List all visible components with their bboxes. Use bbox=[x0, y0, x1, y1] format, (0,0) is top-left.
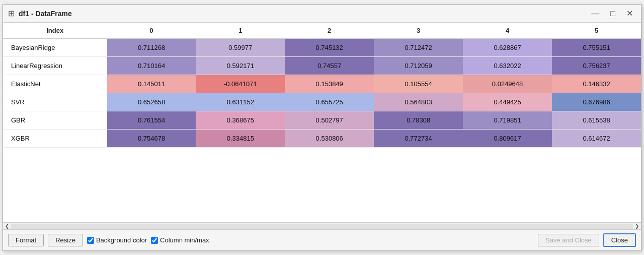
cell-r4-c3: 0.78308 bbox=[374, 111, 463, 130]
cell-r4-c4: 0.719851 bbox=[463, 111, 552, 130]
bg-color-checkbox[interactable] bbox=[87, 237, 94, 244]
maximize-button[interactable]: □ bbox=[607, 9, 618, 19]
bg-color-check: Background color bbox=[87, 236, 147, 244]
row-label-2: ElasticNet bbox=[3, 75, 107, 93]
close-window-button[interactable]: ✕ bbox=[623, 9, 636, 19]
cell-r0-c1: 0.59977 bbox=[196, 39, 285, 57]
cell-r2-c0: 0.145011 bbox=[107, 75, 196, 93]
cell-r2-c3: 0.105554 bbox=[374, 75, 463, 93]
col-header-0: 0 bbox=[107, 23, 196, 39]
cell-r0-c0: 0.711268 bbox=[107, 39, 196, 57]
row-label-5: XGBR bbox=[3, 130, 107, 148]
footer: Format Resize Background color Column mi… bbox=[3, 229, 641, 250]
horizontal-scrollbar[interactable]: ❮ ❯ bbox=[3, 222, 641, 229]
cell-r0-c3: 0.712472 bbox=[374, 39, 463, 57]
cell-r5-c3: 0.772734 bbox=[374, 130, 463, 148]
cell-r4-c0: 0.761554 bbox=[107, 111, 196, 130]
cell-r2-c5: 0.146332 bbox=[552, 75, 641, 93]
table-row: ElasticNet0.145011-0.06410710.1538490.10… bbox=[3, 75, 641, 93]
index-column-header: Index bbox=[3, 23, 107, 39]
table-row: GBR0.7615540.3686750.5027970.783080.7198… bbox=[3, 111, 641, 130]
close-button[interactable]: Close bbox=[603, 233, 636, 247]
bg-color-label: Background color bbox=[96, 236, 147, 244]
table-row: XGBR0.7546780.3348150.5308060.7727340.80… bbox=[3, 130, 641, 148]
col-header-5: 5 bbox=[552, 23, 641, 39]
table-row: BayesianRidge0.7112680.599770.7451320.71… bbox=[3, 39, 641, 57]
cell-r5-c0: 0.754678 bbox=[107, 130, 196, 148]
row-label-4: GBR bbox=[3, 111, 107, 130]
cell-r3-c0: 0.652658 bbox=[107, 93, 196, 111]
scroll-left-arrow[interactable]: ❮ bbox=[3, 223, 11, 229]
cell-r0-c5: 0.755151 bbox=[552, 39, 641, 57]
cell-r3-c3: 0.564803 bbox=[374, 93, 463, 111]
format-button[interactable]: Format bbox=[8, 234, 44, 246]
row-label-0: BayesianRidge bbox=[3, 39, 107, 57]
cell-r3-c5: 0.676986 bbox=[552, 93, 641, 111]
cell-r2-c2: 0.153849 bbox=[285, 75, 374, 93]
col-minmax-check: Column min/max bbox=[151, 236, 209, 244]
cell-r2-c1: -0.0641071 bbox=[196, 75, 285, 93]
dataframe-icon: ⊞ bbox=[8, 9, 15, 18]
cell-r0-c4: 0.628867 bbox=[463, 39, 552, 57]
cell-r3-c4: 0.449425 bbox=[463, 93, 552, 111]
cell-r5-c4: 0.809617 bbox=[463, 130, 552, 148]
titlebar: ⊞ df1 - DataFrame — □ ✕ bbox=[3, 5, 641, 23]
cell-r0-c2: 0.745132 bbox=[285, 39, 374, 57]
cell-r4-c2: 0.502797 bbox=[285, 111, 374, 130]
col-minmax-label: Column min/max bbox=[160, 236, 209, 244]
table-row: SVR0.6526580.6311520.6557250.5648030.449… bbox=[3, 93, 641, 111]
dataframe-window: ⊞ df1 - DataFrame — □ ✕ Index 0 1 2 3 4 … bbox=[3, 4, 641, 251]
cell-r2-c4: 0.0249648 bbox=[463, 75, 552, 93]
cell-r5-c5: 0.614672 bbox=[552, 130, 641, 148]
col-minmax-checkbox[interactable] bbox=[151, 237, 158, 244]
cell-r1-c1: 0.592171 bbox=[196, 57, 285, 75]
scroll-track[interactable] bbox=[11, 224, 633, 229]
cell-r5-c2: 0.530806 bbox=[285, 130, 374, 148]
titlebar-left: ⊞ df1 - DataFrame bbox=[8, 9, 72, 18]
cell-r1-c2: 0.74557 bbox=[285, 57, 374, 75]
cell-r5-c1: 0.334815 bbox=[196, 130, 285, 148]
col-header-4: 4 bbox=[463, 23, 552, 39]
col-header-2: 2 bbox=[285, 23, 374, 39]
cell-r4-c5: 0.615538 bbox=[552, 111, 641, 130]
titlebar-buttons: — □ ✕ bbox=[588, 9, 636, 19]
col-header-1: 1 bbox=[196, 23, 285, 39]
cell-r3-c2: 0.655725 bbox=[285, 93, 374, 111]
cell-r1-c4: 0.632022 bbox=[463, 57, 552, 75]
cell-r4-c1: 0.368675 bbox=[196, 111, 285, 130]
cell-r1-c0: 0.710164 bbox=[107, 57, 196, 75]
row-label-3: SVR bbox=[3, 93, 107, 111]
table-row: LinearRegression0.7101640.5921710.745570… bbox=[3, 57, 641, 75]
save-and-close-button[interactable]: Save and Close bbox=[538, 234, 599, 246]
resize-button[interactable]: Resize bbox=[48, 234, 83, 246]
scroll-right-arrow[interactable]: ❯ bbox=[633, 223, 641, 229]
data-table: Index 0 1 2 3 4 5 BayesianRidge0.7112680… bbox=[3, 23, 641, 148]
table-area: Index 0 1 2 3 4 5 BayesianRidge0.7112680… bbox=[3, 23, 641, 222]
window-title: df1 - DataFrame bbox=[19, 10, 72, 18]
cell-r1-c3: 0.712059 bbox=[374, 57, 463, 75]
row-label-1: LinearRegression bbox=[3, 57, 107, 75]
minimize-button[interactable]: — bbox=[588, 9, 602, 19]
cell-r3-c1: 0.631152 bbox=[196, 93, 285, 111]
col-header-3: 3 bbox=[374, 23, 463, 39]
table-header-row: Index 0 1 2 3 4 5 bbox=[3, 23, 641, 39]
cell-r1-c5: 0.756237 bbox=[552, 57, 641, 75]
